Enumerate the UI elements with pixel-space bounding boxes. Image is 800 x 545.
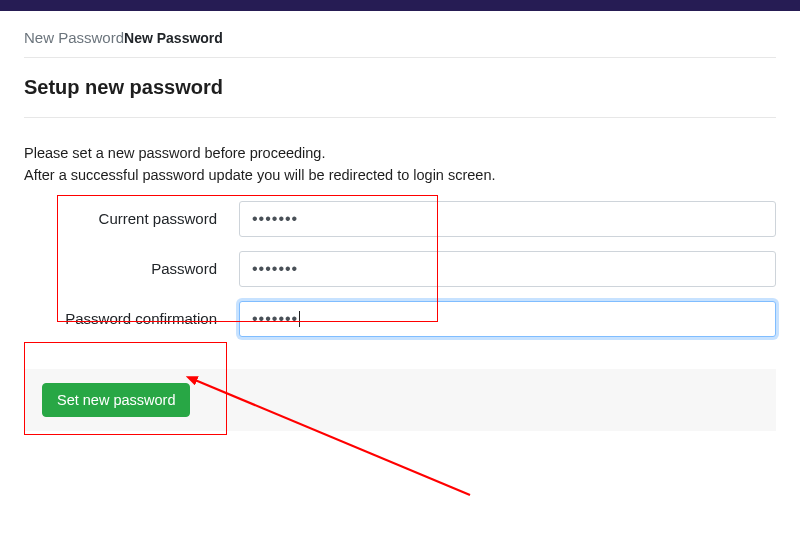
password-confirmation-input[interactable]: •••••••	[239, 301, 776, 337]
current-password-label: Current password	[24, 210, 239, 227]
breadcrumb-parent[interactable]: New Password	[24, 29, 124, 47]
current-password-row: Current password	[24, 201, 776, 237]
set-new-password-button[interactable]: Set new password	[42, 383, 190, 417]
action-bar: Set new password	[24, 369, 776, 431]
password-confirmation-row: Password confirmation •••••••	[24, 301, 776, 337]
content: New Password New Password Setup new pass…	[0, 11, 800, 431]
intro-line-1: Please set a new password before proceed…	[24, 142, 776, 164]
password-confirmation-label: Password confirmation	[24, 310, 239, 327]
password-input[interactable]	[239, 251, 776, 287]
intro-line-2: After a successful password update you w…	[24, 164, 776, 186]
password-row: Password	[24, 251, 776, 287]
password-label: Password	[24, 260, 239, 277]
text-caret	[299, 311, 300, 327]
page-title: Setup new password	[24, 58, 776, 118]
breadcrumb-current: New Password	[124, 30, 223, 47]
breadcrumb: New Password New Password	[24, 23, 776, 58]
intro-text: Please set a new password before proceed…	[24, 142, 776, 187]
current-password-input[interactable]	[239, 201, 776, 237]
top-bar	[0, 0, 800, 11]
password-form: Current password Password Password confi…	[24, 201, 776, 337]
